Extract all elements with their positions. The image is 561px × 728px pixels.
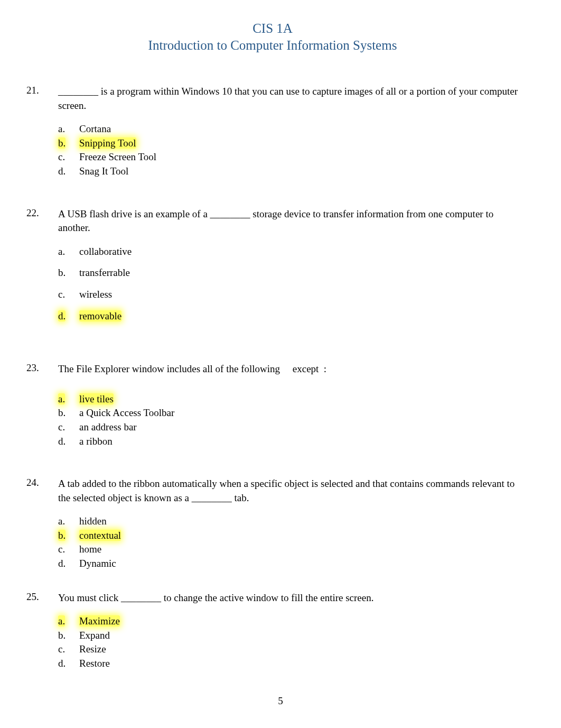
option-a: a. live tiles bbox=[58, 392, 519, 407]
option-label: c. bbox=[58, 150, 79, 164]
question-text: A USB flash drive is an example of a ___… bbox=[58, 207, 519, 235]
option-c: c. home bbox=[58, 542, 519, 557]
option-label: c. bbox=[58, 288, 79, 302]
option-d: d. Dynamic bbox=[58, 557, 519, 571]
option-label: d. bbox=[58, 657, 79, 671]
option-a: a. Cortana bbox=[58, 122, 519, 136]
option-a: a. Maximize bbox=[58, 614, 519, 629]
course-code: CIS 1A bbox=[26, 21, 519, 36]
option-text: an address bar bbox=[79, 420, 519, 435]
option-label: c. bbox=[58, 642, 79, 657]
option-label: b. bbox=[58, 136, 79, 151]
option-label: d. bbox=[58, 435, 79, 449]
question-25: 25. You must click ________ to change th… bbox=[26, 591, 519, 671]
option-d: d. Snag It Tool bbox=[58, 164, 519, 179]
option-label: b. bbox=[58, 629, 79, 643]
option-label: a. bbox=[58, 122, 79, 136]
option-label: a. bbox=[58, 392, 79, 407]
page-number: 5 bbox=[0, 695, 561, 707]
question-text: You must click ________ to change the ac… bbox=[58, 591, 519, 605]
option-text: Cortana bbox=[79, 122, 519, 136]
option-text: contextual bbox=[79, 529, 519, 543]
option-b: b. Snipping Tool bbox=[58, 136, 519, 151]
option-text: transferrable bbox=[79, 266, 519, 280]
option-label: a. bbox=[58, 614, 79, 629]
option-c: c. an address bar bbox=[58, 420, 519, 435]
question-number: 24. bbox=[26, 477, 58, 571]
option-text: a ribbon bbox=[79, 435, 519, 449]
option-label: c. bbox=[58, 420, 79, 435]
question-text: The File Explorer window includes all of… bbox=[58, 362, 519, 376]
question-24: 24. A tab added to the ribbon automatica… bbox=[26, 477, 519, 571]
question-22: 22. A USB flash drive is an example of a… bbox=[26, 207, 519, 324]
option-c: c. Freeze Screen Tool bbox=[58, 150, 519, 164]
options-list: a. collaborative b. transferrable c. wir… bbox=[58, 245, 519, 323]
option-label: a. bbox=[58, 514, 79, 529]
option-label: d. bbox=[58, 164, 79, 179]
option-text: collaborative bbox=[79, 245, 519, 259]
option-text: Snag It Tool bbox=[79, 164, 519, 179]
question-21: 21. ________ is a program within Windows… bbox=[26, 85, 519, 179]
option-text: a Quick Access Toolbar bbox=[79, 406, 519, 420]
option-label: b. bbox=[58, 406, 79, 420]
question-number: 21. bbox=[26, 85, 58, 179]
option-text: Dynamic bbox=[79, 557, 519, 571]
option-text: live tiles bbox=[79, 392, 519, 407]
option-label: d. bbox=[58, 309, 79, 324]
option-a: a. collaborative bbox=[58, 245, 519, 259]
option-b: b. transferrable bbox=[58, 266, 519, 280]
option-text: Restore bbox=[79, 657, 519, 671]
option-c: c. wireless bbox=[58, 288, 519, 302]
options-list: a. Maximize b. Expand c. Resize d. Resto… bbox=[58, 614, 519, 670]
options-list: a. Cortana b. Snipping Tool c. Freeze Sc… bbox=[58, 122, 519, 178]
option-text: removable bbox=[79, 309, 519, 324]
option-label: a. bbox=[58, 245, 79, 259]
option-text: Snipping Tool bbox=[79, 136, 519, 151]
option-b: b. a Quick Access Toolbar bbox=[58, 406, 519, 420]
option-label: d. bbox=[58, 557, 79, 571]
question-text: ________ is a program within Windows 10 … bbox=[58, 85, 519, 113]
options-list: a. hidden b. contextual c. home d. Dynam… bbox=[58, 514, 519, 570]
option-text: wireless bbox=[79, 288, 519, 302]
option-text: home bbox=[79, 542, 519, 557]
option-b: b. contextual bbox=[58, 529, 519, 543]
question-23: 23. The File Explorer window includes al… bbox=[26, 362, 519, 448]
page-header: CIS 1A Introduction to Computer Informat… bbox=[26, 21, 519, 53]
option-label: c. bbox=[58, 542, 79, 557]
option-d: d. removable bbox=[58, 309, 519, 324]
option-text: Expand bbox=[79, 629, 519, 643]
option-text: Resize bbox=[79, 642, 519, 657]
option-text: Maximize bbox=[79, 614, 519, 629]
option-text: hidden bbox=[79, 514, 519, 529]
option-d: d. a ribbon bbox=[58, 435, 519, 449]
question-number: 22. bbox=[26, 207, 58, 324]
option-d: d. Restore bbox=[58, 657, 519, 671]
options-list: a. live tiles b. a Quick Access Toolbar … bbox=[58, 392, 519, 448]
question-number: 25. bbox=[26, 591, 58, 671]
course-title: Introduction to Computer Information Sys… bbox=[26, 38, 519, 53]
option-c: c. Resize bbox=[58, 642, 519, 657]
question-number: 23. bbox=[26, 362, 58, 448]
option-text: Freeze Screen Tool bbox=[79, 150, 519, 164]
option-label: b. bbox=[58, 266, 79, 280]
option-label: b. bbox=[58, 529, 79, 543]
option-b: b. Expand bbox=[58, 629, 519, 643]
question-text: A tab added to the ribbon automatically … bbox=[58, 477, 519, 505]
option-a: a. hidden bbox=[58, 514, 519, 529]
